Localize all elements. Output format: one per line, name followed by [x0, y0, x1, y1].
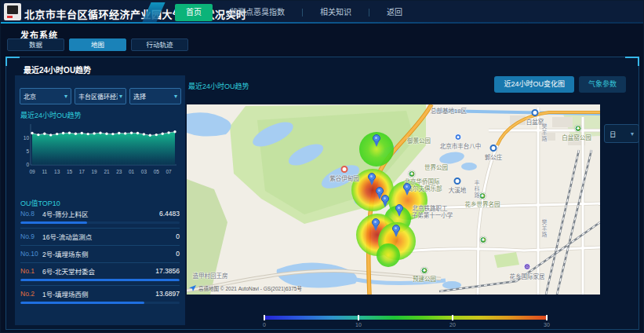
publish-tabs: 数据地图行动轨迹: [7, 38, 188, 51]
site-name: 1号-填埋场西侧: [42, 289, 155, 298]
trend-chart: 1050091113151719212301030507: [20, 119, 180, 182]
rank-label: No.9: [20, 232, 39, 240]
chevron-down-icon: ▾: [64, 93, 67, 100]
top-header: 北京市丰台区循环经济产业园大气恶臭状况实时 首页监测点恶臭指数相关知识返回: [1, 1, 643, 24]
rank-label: No.10: [20, 250, 39, 258]
nav-tab-1[interactable]: 监测点恶臭指数: [224, 4, 291, 21]
map-pin[interactable]: [395, 204, 403, 212]
filter-select-2[interactable]: 选择▾: [129, 88, 181, 104]
map-pin[interactable]: [381, 195, 389, 203]
map-attribution-text: 高德地图 © 2021 AutoNavi - GS(2021)6375号: [198, 284, 302, 292]
filter-select-0[interactable]: 北京▾: [20, 88, 71, 104]
publish-tab-0[interactable]: 数据: [7, 38, 64, 51]
chevron-down-icon: ▾: [174, 93, 177, 100]
filter-select-1[interactable]: 丰台区循环经济产▾: [75, 88, 126, 104]
main-nav: 首页监测点恶臭指数相关知识返回: [175, 1, 409, 24]
map-view-buttons: 近24小时OU变化图气象参数: [494, 76, 626, 93]
map-pin[interactable]: [368, 173, 376, 181]
publish-tab-1[interactable]: 地图: [69, 38, 126, 51]
nav-tab-2[interactable]: 相关知识: [314, 4, 358, 21]
svg-text:09: 09: [29, 169, 35, 174]
nav-tab-0[interactable]: 首页: [175, 4, 213, 21]
colorbar-tick: [264, 315, 265, 320]
ou-top-list: No.84号-筛分上料区6.4483No.916号-流动监测点0No.102号-…: [20, 206, 180, 308]
site-name: 2号-填埋场东侧: [42, 249, 176, 258]
ou-value: 17.3856: [155, 267, 180, 275]
value-bar-track: [20, 302, 180, 304]
map-pin[interactable]: [376, 187, 384, 195]
filter-selects: 北京▾丰台区循环经济产▾选择▾: [20, 88, 181, 104]
svg-text:17: 17: [79, 169, 86, 174]
list-item-3: No.16号-北天堂村委会17.3856: [20, 263, 180, 286]
svg-text:0: 0: [26, 162, 29, 167]
ou-value: 0: [176, 250, 180, 258]
map-attribution: 高德地图 © 2021 AutoNavi - GS(2021)6375号: [189, 284, 302, 292]
svg-text:11: 11: [42, 169, 47, 174]
chevron-down-icon: ▾: [119, 93, 122, 100]
map-section: 最近24小时OU趋势 近24小时OU变化图气象参数: [182, 75, 632, 325]
select-value: 北京: [24, 92, 63, 101]
map-pin[interactable]: [372, 218, 380, 226]
colorbar-label: 10: [355, 322, 362, 328]
colorbar-tick: [546, 315, 548, 320]
colorbar-tick: [452, 315, 453, 320]
colorbar-tick: [358, 315, 359, 320]
map-canvas[interactable]: 总部基地18区御景公园北京市丰台八中世界公园白盆窑白盆窑公园郭公庄大溪地紫谷伊甸…: [187, 104, 600, 295]
ou-value: 13.6897: [155, 290, 180, 298]
map-pins: [187, 104, 600, 295]
ou-value: 6.4483: [159, 210, 180, 218]
map-view-button-1[interactable]: 气象参数: [579, 76, 626, 93]
nav-separator: [369, 9, 369, 16]
list-item-row: No.16号-北天堂村委会17.3856: [20, 266, 180, 276]
select-value: 选择: [133, 92, 173, 101]
list-item-row: No.102号-填埋场东侧0: [20, 249, 180, 258]
nav-tab-3[interactable]: 返回: [380, 4, 409, 21]
svg-text:03: 03: [141, 169, 147, 174]
rank-label: No.1: [20, 267, 39, 275]
list-item-row: No.84号-筛分上料区6.4483: [20, 209, 180, 218]
svg-text:10: 10: [24, 135, 30, 141]
svg-text:13: 13: [54, 169, 60, 174]
list-item-row: No.916号-流动监测点0: [20, 232, 180, 241]
amap-logo-icon: [189, 285, 196, 291]
site-name: 16号-流动监测点: [42, 232, 176, 241]
select-value: 丰台区循环经济产: [78, 92, 118, 101]
map-pin[interactable]: [373, 134, 380, 142]
site-name: 4号-筛分上料区: [42, 209, 159, 218]
list-item-0: No.84号-筛分上料区6.4483: [20, 206, 180, 229]
ou-value: 0: [176, 232, 180, 240]
list-item-row: No.21号-填埋场西侧13.6897: [20, 289, 180, 298]
ou-colorbar-gradient: [264, 316, 547, 320]
svg-text:19: 19: [91, 169, 97, 174]
period-select[interactable]: 日 ▾: [604, 124, 639, 143]
ou-colorbar: 0102030: [264, 316, 547, 330]
svg-text:23: 23: [116, 169, 122, 174]
period-select-value: 日: [609, 129, 631, 138]
publish-tab-2[interactable]: 行动轨迹: [131, 38, 188, 51]
trend-chart-content: 1050091113151719212301030507: [24, 124, 176, 174]
list-item-2: No.102号-填埋场东侧0: [20, 246, 180, 263]
list-item-4: No.21号-填埋场西侧13.6897: [20, 286, 180, 308]
colorbar-label: 30: [544, 322, 550, 328]
list-item-1: No.916号-流动监测点0: [20, 229, 180, 246]
svg-text:01: 01: [129, 169, 135, 174]
value-bar-fill: [20, 302, 144, 304]
colorbar-label: 0: [263, 322, 266, 328]
svg-text:07: 07: [166, 169, 172, 174]
svg-text:21: 21: [104, 169, 110, 174]
map-pin[interactable]: [392, 225, 400, 232]
map-section-title: 最近24小时OU趋势: [188, 81, 249, 91]
map-pin[interactable]: [403, 183, 411, 191]
app-logo-icon: [4, 3, 21, 20]
map-view-button-0[interactable]: 近24小时OU变化图: [494, 76, 574, 93]
svg-text:15: 15: [67, 169, 73, 174]
content-panel: 最近24小时OU趋势 北京▾丰台区循环经济产▾选择▾ 最近24小时OU趋势 10…: [5, 57, 639, 330]
sidebar: 北京▾丰台区循环经济产▾选择▾ 最近24小时OU趋势 1050091113151…: [15, 75, 185, 325]
value-bar-track: [20, 221, 180, 224]
app-root: 北京市丰台区循环经济产业园大气恶臭状况实时 首页监测点恶臭指数相关知识返回 发布…: [0, 0, 644, 333]
chevron-down-icon: ▾: [631, 130, 634, 137]
svg-text:05: 05: [154, 169, 160, 174]
rank-label: No.2: [20, 290, 39, 298]
svg-text:5: 5: [26, 148, 29, 154]
panel-title: 最近24小时OU趋势: [24, 64, 91, 75]
